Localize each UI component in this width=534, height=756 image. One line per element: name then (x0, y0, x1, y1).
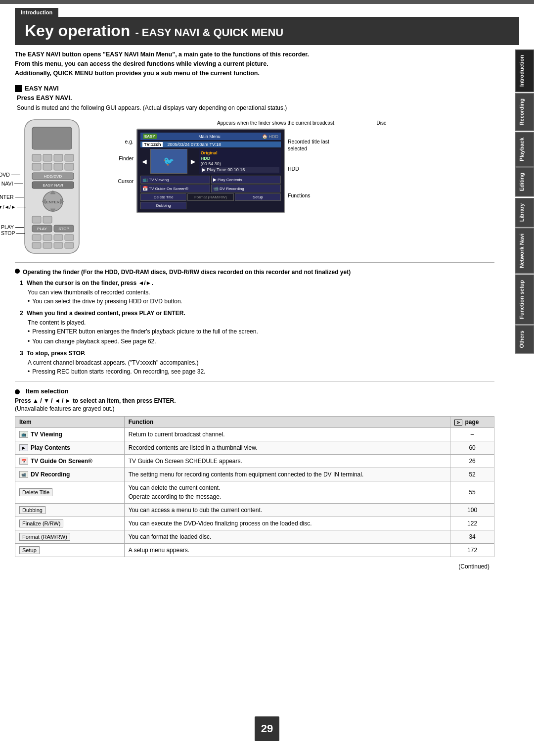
svg-rect-5 (65, 154, 74, 161)
easy-navi-description: Sound is muted and the following GUI app… (17, 103, 494, 112)
tv-func-guide: 📅TV Guide On Screen® (140, 185, 210, 192)
svg-rect-29 (65, 235, 74, 240)
item-icon-dv: 📹 (19, 471, 28, 478)
easy-navi-remote-label: EASY NAVI (0, 181, 23, 187)
function-cell-8: A setup menu appears. (124, 544, 450, 557)
screen-illustration: Appears when the finder shows the curren… (109, 117, 494, 213)
hdd-dvd-label: HDD/DVD (0, 172, 20, 178)
divider (15, 262, 494, 263)
sidebar-tab-1[interactable]: Recording (515, 93, 534, 131)
svg-rect-32 (54, 242, 63, 248)
function-cell-3: The setting menu for recording contents … (124, 468, 450, 481)
svg-rect-9 (65, 163, 74, 170)
item-icon-tv: 📺 (19, 431, 28, 438)
sidebar-tab-6[interactable]: Function setup (515, 275, 534, 325)
col-function: Function (124, 417, 450, 428)
left-labels: e.g. Finder Cursor (109, 139, 134, 184)
section-marker (15, 85, 22, 92)
right-labels: Recorded title last selected HDD Functio… (288, 139, 337, 198)
easy-navi-header: EASY NAVI (15, 85, 494, 92)
col-page: ⊳ page (450, 417, 494, 428)
svg-rect-2 (32, 154, 41, 161)
tv-menu-bar: EASY Main Menu 🏠 HDD (140, 133, 281, 140)
page-cell-2: 26 (450, 455, 494, 468)
tv-functions-grid: 📺TV Viewing ▶Play Contents 📅TV Guide On … (140, 176, 281, 192)
table-row: 📅TV Guide On Screen®TV Guide On Screen S… (15, 455, 494, 468)
svg-text:ENTER: ENTER (46, 200, 59, 204)
illustration-area: HDD/DVD EASY NAVI ENTER PLAY (15, 117, 494, 257)
function-cell-7: You can format the loaded disc. (124, 530, 450, 544)
tv-btn-dubbing: Dubbing (140, 202, 186, 209)
press-instruction: Press ▲ / ▼ / ◄ / ► to select an item, t… (15, 397, 494, 404)
svg-rect-8 (54, 163, 63, 170)
svg-rect-26 (32, 235, 41, 240)
screen-main-row: e.g. Finder Cursor EASY Main Menu 🏠 HDD … (109, 129, 494, 213)
num-body-1: You can view thumbnails of recorded cont… (28, 288, 494, 297)
remote-illustration: HDD/DVD EASY NAVI ENTER PLAY (15, 117, 99, 257)
page-cell-4: 55 (450, 481, 494, 504)
svg-rect-1 (32, 127, 72, 149)
page-cell-7: 34 (450, 530, 494, 544)
sidebar: IntroductionRecordingPlaybackEditingLibr… (515, 49, 534, 354)
sub-bullet-2-1: Pressing ENTER button enlarges the finde… (28, 327, 494, 336)
sidebar-tab-7[interactable]: Others (515, 325, 534, 353)
tv-thumbnail: 🐦 (150, 149, 187, 174)
svg-rect-30 (32, 242, 41, 248)
table-row: DubbingYou can access a menu to dub the … (15, 504, 494, 517)
svg-rect-28 (54, 235, 63, 240)
svg-text:HDD/DVD: HDD/DVD (44, 174, 62, 179)
svg-rect-33 (65, 242, 74, 248)
num-body-2: The content is played. (28, 318, 494, 327)
item-cell-4: Delete Title (15, 481, 125, 504)
svg-rect-21 (43, 216, 52, 223)
item-sel-marker (15, 389, 20, 394)
tv-btn-delete: Delete Title (140, 193, 186, 201)
page-cell-3: 52 (450, 468, 494, 481)
sidebar-tab-4[interactable]: Library (515, 198, 534, 227)
tv-btn-format: Format (RAM/RW) (187, 193, 233, 201)
unavail-note: (Unavailable features are grayed out.) (15, 405, 494, 412)
svg-rect-7 (43, 163, 52, 170)
stop-remote-label: STOP (1, 230, 25, 236)
tv-func-tv: 📺TV Viewing (140, 176, 210, 184)
numbered-item-3: 3 To stop, press STOP. A current channel… (20, 350, 494, 376)
sub-bullet-3-1: Pressing REC button starts recording. On… (28, 367, 494, 376)
svg-rect-3 (43, 154, 52, 161)
sidebar-tab-0[interactable]: Introduction (515, 49, 534, 92)
page-cell-1: 60 (450, 441, 494, 455)
main-content: The EASY NAVI button opens "EASY NAVI Ma… (15, 45, 519, 575)
section-label: Introduction (15, 8, 58, 17)
table-row: Finalize (R/RW)You can execute the DVD-V… (15, 517, 494, 530)
tv-channel-bar: TV:12ch 2005/03/24 07:00am TV:18 (140, 142, 281, 147)
sub-bullet-2-2: You can change playback speed. See page … (28, 337, 494, 346)
divider2 (15, 381, 494, 381)
intro-text: The EASY NAVI button opens "EASY NAVI Ma… (15, 50, 494, 78)
table-row: 📹DV RecordingThe setting menu for record… (15, 468, 494, 481)
function-cell-5: You can access a menu to dub the current… (124, 504, 450, 517)
function-cell-0: Return to current broadcast channel. (124, 428, 450, 441)
numbered-item-2: 2 When you find a desired content, press… (20, 310, 494, 346)
page-cell-6: 122 (450, 517, 494, 530)
remote-svg: HDD/DVD EASY NAVI ENTER PLAY (15, 117, 99, 256)
bullet-item-finder: Operating the finder (For the HDD, DVD-R… (15, 268, 494, 277)
finder-bullet-text: Operating the finder (For the HDD, DVD-R… (23, 268, 351, 277)
item-sel-title: Item selection (26, 387, 69, 395)
sidebar-tab-5[interactable]: Network Navi (515, 228, 534, 274)
tv-info-panel: Original HDD (00:54:30) ▶ Play Time 00:1… (199, 149, 281, 174)
arrows-remote-label: ▲/▼/◄/► (0, 204, 26, 210)
table-row: ▶Play ContentsRecorded contents are list… (15, 441, 494, 455)
svg-text:EASY NAVI: EASY NAVI (43, 183, 63, 188)
sidebar-tab-3[interactable]: Editing (515, 167, 534, 196)
item-cell-0: 📺TV Viewing (15, 428, 125, 441)
svg-text:PLAY: PLAY (37, 227, 47, 231)
item-cell-7: Format (RAM/RW) (15, 530, 125, 544)
item-cell-5: Dubbing (15, 504, 125, 517)
svg-rect-6 (32, 163, 41, 170)
sidebar-tab-2[interactable]: Playback (515, 132, 534, 167)
item-icon-play: ▶ (19, 444, 28, 451)
play-remote-label: PLAY (1, 224, 24, 230)
col-item: Item (15, 417, 125, 428)
function-cell-4: You can delete the current content.Opera… (124, 481, 450, 504)
tv-screen: EASY Main Menu 🏠 HDD TV:12ch 2005/03/24 … (136, 129, 285, 213)
numbered-item-1: 1 When the cursor is on the finder, pres… (20, 280, 494, 306)
